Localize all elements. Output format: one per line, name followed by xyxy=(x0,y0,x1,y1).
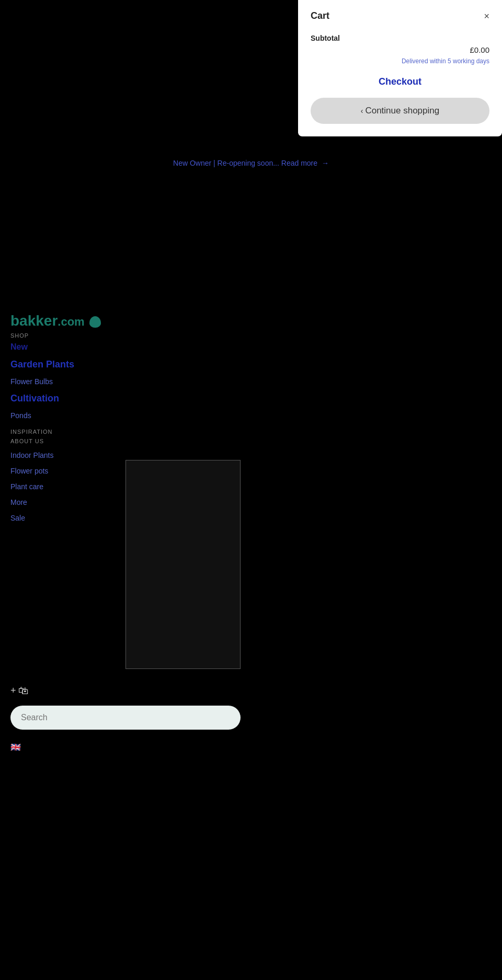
logo-leaf-icon xyxy=(89,316,101,328)
continue-arrow-icon: ‹ xyxy=(361,107,363,115)
logo-com: .com xyxy=(58,315,84,328)
nav-item-garden-plants[interactable]: Garden Plants xyxy=(0,355,502,374)
flag-icon: 🇬🇧 xyxy=(10,742,23,751)
cart-delivery-text: Delivered within 5 working days xyxy=(311,57,489,65)
cart-title: Cart xyxy=(311,10,329,21)
cart-header: Cart × xyxy=(311,10,489,21)
banner-link[interactable]: New Owner | Re-opening soon... Read more… xyxy=(173,159,329,167)
add-to-cart-area[interactable]: + 🛍 xyxy=(10,685,29,697)
about-section-label: ABOUT US xyxy=(0,435,502,447)
main-content: bakker.com SHOP New Garden Plants Flower… xyxy=(0,303,502,547)
logo: bakker.com xyxy=(10,313,101,329)
language-selector[interactable]: 🇬🇧 xyxy=(10,742,23,751)
nav-item-sale[interactable]: Sale xyxy=(0,510,502,526)
announcement-banner: New Owner | Re-opening soon... Read more… xyxy=(0,154,502,172)
cart-subtotal-value: £0.00 xyxy=(311,45,489,54)
cart-bag-icon: 🛍 xyxy=(18,685,29,697)
banner-text: New Owner | Re-opening soon... Read more xyxy=(173,159,317,167)
product-card[interactable] xyxy=(126,460,241,669)
cart-dropdown: Cart × Subtotal £0.00 Delivered within 5… xyxy=(298,0,502,136)
product-card-area xyxy=(126,460,251,669)
nav-item-more[interactable]: More xyxy=(0,494,502,510)
nav-item-ponds[interactable]: Ponds xyxy=(0,408,502,423)
checkout-button[interactable]: Checkout xyxy=(311,71,489,93)
search-area xyxy=(10,706,251,730)
banner-arrow-icon: → xyxy=(322,159,329,167)
shop-section-label: SHOP xyxy=(0,328,502,339)
nav-item-flower-pots[interactable]: Flower pots xyxy=(0,463,502,479)
cart-subtotal-label: Subtotal xyxy=(311,34,489,42)
plus-icon: + xyxy=(10,685,16,696)
nav-item-indoor-plants[interactable]: Indoor Plants xyxy=(0,447,502,463)
inspiration-section-label: INSPIRATION xyxy=(0,423,502,435)
nav-item-plant-care[interactable]: Plant care xyxy=(0,479,502,494)
nav-item-new[interactable]: New xyxy=(0,339,502,355)
cart-close-button[interactable]: × xyxy=(484,11,489,21)
logo-bakker: bakker xyxy=(10,313,58,329)
nav-item-flower-bulbs[interactable]: Flower Bulbs xyxy=(0,374,502,389)
continue-shopping-button[interactable]: ‹Continue shopping xyxy=(311,98,489,124)
nav-item-cultivation[interactable]: Cultivation xyxy=(0,389,502,408)
logo-area: bakker.com xyxy=(0,303,502,328)
search-input[interactable] xyxy=(10,706,241,730)
